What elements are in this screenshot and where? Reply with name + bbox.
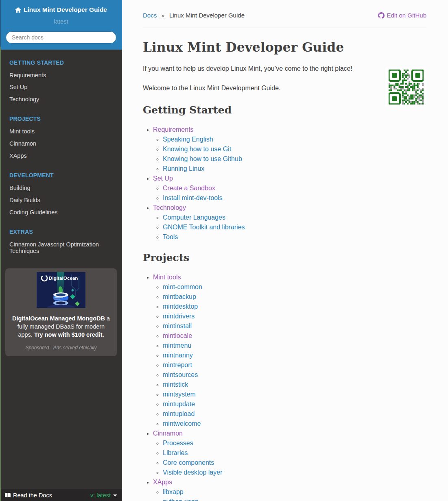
list-item: TechnologyComputer LanguagesGNOME Toolki… xyxy=(153,203,426,242)
doc-link-speaking-english[interactable]: Speaking English xyxy=(163,136,213,143)
doc-link-mintstick[interactable]: mintstick xyxy=(163,381,188,388)
doc-link-mintnanny[interactable]: mintnanny xyxy=(163,352,193,359)
list-item: Install mint-dev-tools xyxy=(163,193,426,203)
sidebar-item-set-up[interactable]: Set Up xyxy=(0,81,122,94)
sidebar-item-cinnamon[interactable]: Cinnamon xyxy=(0,138,122,150)
edit-on-github-link[interactable]: Edit on GitHub xyxy=(378,12,426,19)
list-item: mintwelcome xyxy=(163,419,426,429)
doc-link-mintsources[interactable]: mintsources xyxy=(163,371,198,378)
breadcrumb: Docs » Linux Mint Developer Guide Edit o… xyxy=(143,12,426,19)
sidebar-nav-item: Mint tools xyxy=(0,126,122,138)
doc-link-visible-desktop-layer[interactable]: Visible desktop layer xyxy=(163,469,222,476)
doc-link-core-components[interactable]: Core components xyxy=(163,459,214,466)
list-item: mintdrivers xyxy=(163,311,426,321)
doc-link-mintlocale[interactable]: mintlocale xyxy=(163,332,192,339)
list-item: mintdesktop xyxy=(163,302,426,311)
list-item: mintupdate xyxy=(163,399,426,409)
version-switcher-label: v: latest xyxy=(90,492,111,499)
doc-link-install-mint-dev-tools[interactable]: Install mint-dev-tools xyxy=(163,194,223,201)
list-item: mintlocale xyxy=(163,331,426,341)
version-switcher[interactable]: v: latest xyxy=(90,492,117,499)
doc-link-mintdesktop[interactable]: mintdesktop xyxy=(163,303,198,310)
doc-link-mint-common[interactable]: mint-common xyxy=(163,283,202,290)
project-home-link[interactable]: Linux Mint Developer Guide xyxy=(15,6,107,13)
ad-cta: Try now with $100 credit. xyxy=(34,331,104,338)
sidebar-item-building[interactable]: Building xyxy=(0,182,122,194)
sidebar-nav-item: Daily Builds xyxy=(0,194,122,207)
sidebar-item-xapps[interactable]: XApps xyxy=(0,150,122,162)
doc-link-mintinstall[interactable]: mintinstall xyxy=(163,322,192,329)
sidebar-nav-item: Set Up xyxy=(0,81,122,94)
list-item: Set UpCreate a SandboxInstall mint-dev-t… xyxy=(153,174,426,203)
list-item: mintreport xyxy=(163,360,426,370)
doc-link-technology[interactable]: Technology xyxy=(153,204,186,211)
doc-link-libraries[interactable]: Libraries xyxy=(163,449,188,456)
doc-link-processes[interactable]: Processes xyxy=(163,440,193,447)
list-item: mintupload xyxy=(163,409,426,419)
list-item: Visible desktop layer xyxy=(163,468,426,477)
doc-link-running-linux[interactable]: Running Linux xyxy=(163,165,204,172)
sidebar-item-coding-guidelines[interactable]: Coding Guidelines xyxy=(0,207,122,219)
sidebar-nav-item: Building xyxy=(0,182,122,194)
list-item: Knowing how to use Git xyxy=(163,144,426,154)
doc-link-tools[interactable]: Tools xyxy=(163,233,178,240)
list-item: XAppslibxapppython-xapp xyxy=(153,477,426,501)
list-item: libxapp xyxy=(163,487,426,497)
doc-link-knowing-how-to-use-git[interactable]: Knowing how to use Git xyxy=(163,146,231,152)
search-input[interactable] xyxy=(6,31,116,44)
doc-link-mintbackup[interactable]: mintbackup xyxy=(163,293,196,300)
list-item: Tools xyxy=(163,232,426,242)
doc-link-knowing-how-to-use-github[interactable]: Knowing how to use Github xyxy=(163,155,242,162)
list-item: Core components xyxy=(163,458,426,468)
doc-link-mintreport[interactable]: mintreport xyxy=(163,362,192,368)
list-item: Computer Languages xyxy=(163,213,426,222)
doc-link-mintupdate[interactable]: mintupdate xyxy=(163,401,195,407)
doc-link-set-up[interactable]: Set Up xyxy=(153,175,173,182)
sidebar-item-mint-tools[interactable]: Mint tools xyxy=(0,126,122,138)
list-item: Running Linux xyxy=(163,164,426,174)
ad-card[interactable]: DigitalOcean DigitalOcean Managed MongoD… xyxy=(5,268,117,356)
ad-sponsor-note: Sponsored · Ads served ethically xyxy=(10,345,112,351)
list-item: mintinstall xyxy=(163,321,426,331)
doc-link-mintwelcome[interactable]: mintwelcome xyxy=(163,420,201,427)
doc-link-libxapp[interactable]: libxapp xyxy=(163,488,184,495)
list-item: Create a Sandbox xyxy=(163,183,426,193)
sidebar-nav-item: Technology xyxy=(0,94,122,106)
doc-link-create-a-sandbox[interactable]: Create a Sandbox xyxy=(163,185,215,192)
sidebar-item-requirements[interactable]: Requirements xyxy=(0,70,122,82)
breadcrumb-docs-link[interactable]: Docs xyxy=(143,12,157,19)
list-item: mintstick xyxy=(163,380,426,390)
sidebar-item-technology[interactable]: Technology xyxy=(0,94,122,106)
edit-on-github-label: Edit on GitHub xyxy=(387,12,426,19)
doc-link-cinnamon[interactable]: Cinnamon xyxy=(153,430,183,437)
ad-image[interactable]: DigitalOcean xyxy=(37,272,85,308)
readthedocs-brand[interactable]: Read the Docs xyxy=(5,492,52,499)
doc-link-mintmenu[interactable]: mintmenu xyxy=(163,342,191,349)
doc-link-computer-languages[interactable]: Computer Languages xyxy=(163,214,225,221)
doc-link-mintupload[interactable]: mintupload xyxy=(163,410,194,417)
nav-section-caption: EXTRAS xyxy=(0,219,122,239)
list-item: RequirementsSpeaking EnglishKnowing how … xyxy=(153,125,426,174)
doc-link-python-xapp[interactable]: python-xapp xyxy=(163,498,199,501)
doc-link-xapps[interactable]: XApps xyxy=(153,479,172,486)
sidebar-item-cinnamon-javascript-optimization-techniques[interactable]: Cinnamon Javascript Optimization Techniq… xyxy=(0,239,122,257)
doc-link-requirements[interactable]: Requirements xyxy=(153,126,194,133)
list-item: Knowing how to use Github xyxy=(163,154,426,164)
doc-link-mintsystem[interactable]: mintsystem xyxy=(163,391,196,398)
doc-link-mint-tools[interactable]: Mint tools xyxy=(153,274,181,281)
doc-link-gnome-toolkit-and-libraries[interactable]: GNOME Toolkit and libraries xyxy=(163,224,245,231)
sidebar-item-daily-builds[interactable]: Daily Builds xyxy=(0,194,122,207)
intro-paragraph-2: Welcome to the Linux Mint Development Gu… xyxy=(143,85,426,92)
book-icon xyxy=(5,492,11,498)
list-item: GNOME Toolkit and libraries xyxy=(163,222,426,232)
section-heading: Projects xyxy=(143,252,426,264)
breadcrumb-separator: » xyxy=(161,12,164,19)
digitalocean-logo-text: DigitalOcean xyxy=(49,276,78,281)
nav-section-caption: DEVELOPMENT xyxy=(0,162,122,182)
list-item: mintsources xyxy=(163,370,426,380)
sidebar-nav-item: Cinnamon xyxy=(0,138,122,150)
doc-link-mintdrivers[interactable]: mintdrivers xyxy=(163,313,194,320)
breadcrumb-divider xyxy=(143,28,426,28)
home-icon xyxy=(15,7,21,13)
list-item: Mint toolsmint-commonmintbackupmintdeskt… xyxy=(153,272,426,429)
